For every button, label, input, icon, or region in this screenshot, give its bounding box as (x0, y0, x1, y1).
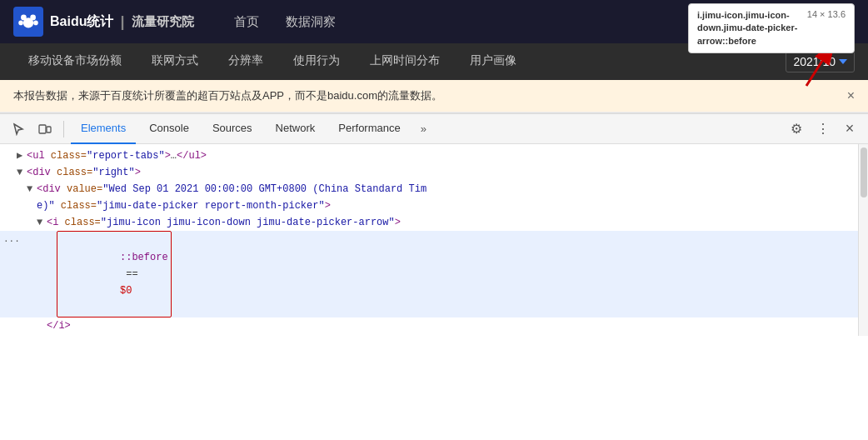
svg-point-1 (21, 15, 27, 21)
toggle-1[interactable]: ▶ (17, 148, 27, 164)
toggle-7 (37, 334, 47, 336)
code-line-1: ▶ <ul class="report-tabs">…</ul> (0, 148, 858, 164)
top-nav: Baidu统计 | 流量研究院 首页 数据洞察 i.jimu-icon.jimu… (0, 0, 868, 43)
code-line-3a: ▼ <div value="Wed Sep 01 2021 00:00:00 G… (0, 181, 858, 198)
code-line-3b: e)" class="jimu-date-picker report-month… (0, 198, 858, 214)
toggle-3[interactable]: ▼ (27, 181, 37, 198)
settings-icon[interactable]: ⚙ (785, 118, 808, 141)
code-line-4: ▼ <i class="jimu-icon jimu-icon-down jim… (0, 214, 858, 231)
subnav-network[interactable]: 联网方式 (137, 43, 213, 80)
ellipsis-indicator: ... (3, 231, 20, 248)
code-panel: ▶ <ul class="report-tabs">…</ul> ▼ <div … (0, 144, 868, 336)
nav-data[interactable]: 数据洞察 (286, 14, 336, 30)
code-line-2: ▼ <div class="right"> (0, 164, 858, 181)
svg-rect-7 (39, 125, 46, 133)
subnav-time[interactable]: 上网时间分布 (355, 43, 455, 80)
tab-performance[interactable]: Performance (328, 114, 410, 144)
svg-rect-8 (47, 127, 51, 132)
tooltip-size: 14 × 13.6 (807, 9, 846, 19)
nav-home[interactable]: 首页 (234, 14, 259, 30)
tooltip-selector: i.jimu-icon.jimu-icon-down.jimu-date-pic… (697, 9, 799, 48)
tab-network[interactable]: Network (266, 114, 326, 144)
tab-more-btn[interactable]: » (414, 119, 433, 138)
tab-elements[interactable]: Elements (71, 114, 136, 144)
toolbar-divider (63, 121, 64, 138)
tab-sources[interactable]: Sources (202, 114, 262, 144)
vertical-scrollbar[interactable] (858, 144, 868, 336)
device-toggle-icon[interactable] (33, 118, 57, 141)
subnav-user[interactable]: 用户画像 (455, 43, 531, 80)
close-devtools-btn[interactable]: × (838, 118, 861, 141)
subnav-behavior[interactable]: 使用行为 (278, 43, 355, 80)
scrollbar-thumb[interactable] (861, 148, 867, 198)
devtools-toolbar: Elements Console Sources Network Perform… (0, 114, 868, 144)
cursor-icon[interactable] (7, 118, 30, 141)
subtitle: 流量研究院 (132, 14, 194, 30)
brand-name: Baidu统计 (50, 13, 113, 31)
subnav-resolution[interactable]: 分辨率 (213, 43, 278, 80)
code-line-5[interactable]: ... ::before == $0 (0, 231, 858, 318)
devtools-panel: Elements Console Sources Network Perform… (0, 112, 868, 336)
subnav-mobile[interactable]: 移动设备市场份额 (13, 43, 137, 80)
more-options-icon[interactable]: ⋮ (811, 118, 835, 141)
code-area[interactable]: ▶ <ul class="report-tabs">…</ul> ▼ <div … (0, 144, 858, 336)
logo-area: Baidu统计 | 流量研究院 (13, 7, 194, 37)
toggle-6 (37, 318, 47, 334)
toggle-2[interactable]: ▼ (17, 164, 27, 181)
toggle-5 (47, 231, 57, 248)
svg-point-3 (18, 21, 23, 26)
nav-links: 首页 数据洞察 (234, 14, 336, 30)
info-close-btn[interactable]: × (847, 88, 855, 103)
code-line-6: </i> (0, 318, 858, 334)
svg-point-4 (33, 21, 38, 26)
tooltip-box: i.jimu-icon.jimu-icon-down.jimu-date-pic… (688, 3, 855, 53)
code-line-7: <span class="jimu-date-picker-result">20… (0, 334, 858, 336)
toggle-4[interactable]: ▼ (37, 214, 47, 231)
svg-point-2 (30, 15, 36, 21)
nav-divider: | (120, 13, 124, 31)
info-bar-text: 本报告数据，来源于百度统计所覆盖的超百万站点及APP，而不是baidu.com的… (13, 88, 855, 103)
info-bar: 本报告数据，来源于百度统计所覆盖的超百万站点及APP，而不是baidu.com的… (0, 80, 868, 112)
tab-console[interactable]: Console (139, 114, 199, 144)
baidu-logo (13, 7, 43, 37)
